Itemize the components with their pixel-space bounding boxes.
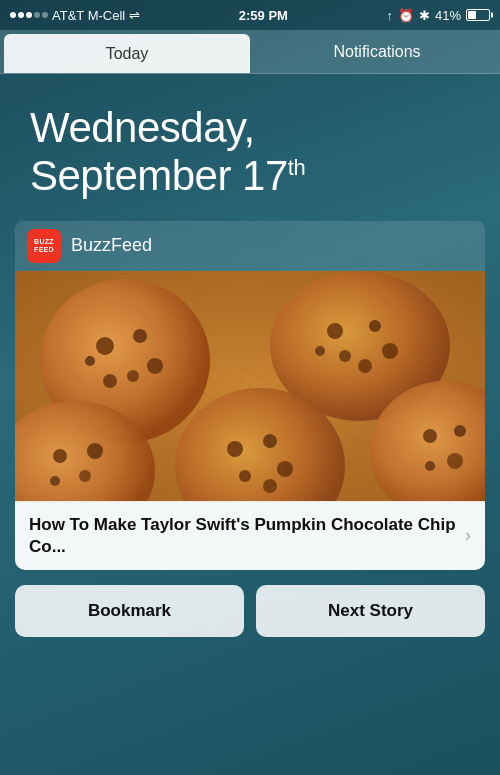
status-left: AT&T M-Cell ⇌ [10, 8, 140, 23]
signal-dot-5 [42, 12, 48, 18]
date-display: Wednesday, September 17th [30, 104, 470, 201]
story-title-row[interactable]: How To Make Taylor Swift's Pumpkin Choco… [15, 501, 485, 570]
tab-bar: Today Notifications [0, 30, 500, 74]
story-card[interactable]: How To Make Taylor Swift's Pumpkin Choco… [15, 271, 485, 570]
carrier-label: AT&T M-Cell [52, 8, 125, 23]
date-line2: September 17 [30, 152, 288, 199]
date-section: Wednesday, September 17th [0, 74, 500, 221]
status-bar: AT&T M-Cell ⇌ 2:59 PM ↑ ⏰ ✱ 41% [0, 0, 500, 30]
signal-dot-2 [18, 12, 24, 18]
buzzfeed-logo: Buzz Feed [27, 229, 61, 263]
action-buttons: Bookmark Next Story [15, 585, 485, 637]
signal-dots [10, 12, 48, 18]
content-area: Buzz Feed BuzzFeed [0, 221, 500, 570]
app-name-label: BuzzFeed [71, 235, 152, 256]
cookie-image-svg [15, 271, 485, 501]
bluetooth-icon: ✱ [419, 8, 430, 23]
bookmark-button[interactable]: Bookmark [15, 585, 244, 637]
time-display: 2:59 PM [239, 8, 288, 23]
signal-dot-1 [10, 12, 16, 18]
tab-today[interactable]: Today [4, 34, 250, 73]
story-image [15, 271, 485, 501]
signal-dot-4 [34, 12, 40, 18]
signal-dot-3 [26, 12, 32, 18]
date-suffix: th [288, 155, 305, 180]
battery-fill [468, 11, 476, 19]
alarm-icon: ⏰ [398, 8, 414, 23]
location-icon: ↑ [386, 8, 393, 23]
chevron-right-icon: › [465, 525, 471, 546]
battery-percent: 41% [435, 8, 461, 23]
next-story-button[interactable]: Next Story [256, 585, 485, 637]
wifi-icon: ⇌ [129, 8, 140, 23]
app-header: Buzz Feed BuzzFeed [15, 221, 485, 271]
tab-notifications[interactable]: Notifications [254, 30, 500, 73]
date-line1: Wednesday, [30, 104, 255, 151]
story-title: How To Make Taylor Swift's Pumpkin Choco… [29, 514, 457, 558]
svg-rect-35 [15, 271, 485, 501]
battery-icon [466, 9, 490, 21]
status-right: ↑ ⏰ ✱ 41% [386, 8, 490, 23]
